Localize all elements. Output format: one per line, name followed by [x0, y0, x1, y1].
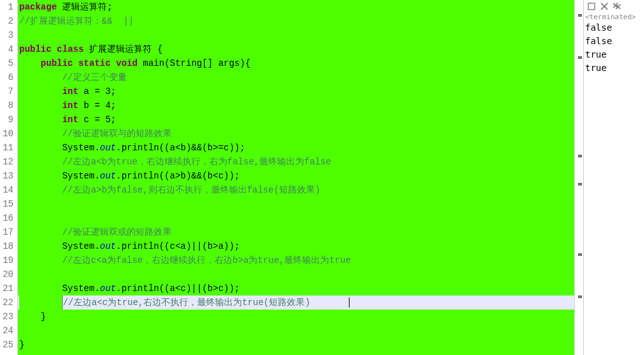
line-number: 17	[0, 225, 13, 239]
change-mark	[578, 56, 582, 59]
line-number: 22	[0, 296, 13, 310]
code-line[interactable]	[18, 197, 583, 211]
code-line[interactable]: //扩展逻辑运算符：&& ||	[18, 14, 583, 28]
code-line[interactable]	[18, 211, 583, 225]
console-line: false	[585, 35, 644, 48]
line-number: 3	[0, 28, 13, 42]
code-line[interactable]: System.out.println((a<c)||(b>c));	[18, 281, 583, 296]
stop-icon[interactable]	[586, 1, 597, 12]
code-line[interactable]: //左边a<c为true,右边不执行，最终输出为true(短路效果)	[18, 296, 583, 310]
line-number: 25	[0, 338, 13, 352]
console-line: true	[585, 48, 644, 61]
line-number: 21	[0, 281, 13, 296]
code-line[interactable]: //验证逻辑双与的短路效果	[18, 127, 583, 141]
line-number: 20	[0, 267, 13, 281]
console-line: true	[585, 61, 644, 75]
line-number: 10	[0, 127, 13, 141]
line-number: 19	[0, 253, 13, 267]
change-ruler	[574, 0, 583, 355]
line-number: 12	[0, 155, 13, 169]
code-line[interactable]: int b = 4;	[18, 99, 583, 113]
terminated-label: <terminated>	[584, 13, 644, 21]
remove-all-icon[interactable]	[612, 1, 622, 12]
code-line[interactable]: //左边c<a为false，右边继续执行，右边b>a为true,最终输出为tru…	[18, 253, 583, 267]
line-number: 5	[0, 56, 13, 70]
change-mark	[578, 14, 582, 17]
line-number: 8	[0, 99, 13, 113]
line-number: 16	[0, 211, 13, 225]
line-number: 15	[0, 197, 13, 211]
change-mark	[578, 183, 582, 185]
code-line[interactable]: //左边a<b为true，右边继续执行，右为false,最终输出为false	[18, 155, 583, 169]
line-number: 14	[0, 183, 13, 197]
line-number: 9	[0, 113, 13, 127]
console-pane: <terminated> falsefalsetruetrue	[584, 0, 644, 355]
remove-launch-icon[interactable]	[599, 1, 609, 12]
line-number: 6	[0, 70, 13, 84]
code-line[interactable]: }	[18, 338, 583, 352]
line-number: 18	[0, 239, 13, 253]
code-line[interactable]	[18, 28, 583, 42]
line-number: 1	[0, 0, 13, 14]
line-number: 24	[0, 324, 13, 338]
console-output[interactable]: falsefalsetruetrue	[584, 21, 644, 75]
code-line[interactable]: //验证逻辑双或的短路效果	[18, 225, 583, 239]
code-line[interactable]: System.out.println((a>b)&&(b<c));	[18, 169, 583, 183]
code-line[interactable]: }	[18, 310, 583, 324]
line-number: 11	[0, 141, 13, 155]
code-line[interactable]: System.out.println((c<a)||(b>a));	[18, 239, 583, 253]
line-number: 2	[0, 14, 13, 28]
line-number: 7	[0, 84, 13, 99]
change-mark	[578, 253, 582, 256]
code-line[interactable]: int a = 3;	[18, 84, 583, 99]
line-number: 13	[0, 169, 13, 183]
svg-rect-0	[588, 3, 595, 10]
console-line: false	[585, 21, 644, 35]
code-line[interactable]: package 逻辑运算符;	[18, 0, 583, 14]
code-line[interactable]: public static void main(String[] args){	[18, 56, 583, 70]
editor-pane: 1234567891011121314151617181920212223242…	[0, 0, 584, 355]
code-area[interactable]: package 逻辑运算符;//扩展逻辑运算符：&& || public cla…	[18, 0, 583, 355]
code-line[interactable]: //左边a>b为false,则右边不执行，最终输出false(短路效果)	[18, 183, 583, 197]
code-line[interactable]	[18, 267, 583, 281]
code-line[interactable]: //定义三个变量	[18, 70, 583, 84]
code-line[interactable]: System.out.println((a<b)&&(b>=c));	[18, 141, 583, 155]
line-number-gutter: 1234567891011121314151617181920212223242…	[0, 0, 18, 355]
code-line[interactable]: public class 扩展逻辑运算符 {	[18, 42, 583, 56]
line-number: 4	[0, 42, 13, 56]
console-toolbar	[584, 0, 644, 13]
change-mark	[578, 296, 582, 298]
line-number: 23	[0, 310, 13, 324]
change-mark	[578, 155, 582, 157]
code-line[interactable]: int c = 5;	[18, 113, 583, 127]
code-line[interactable]	[18, 324, 583, 338]
